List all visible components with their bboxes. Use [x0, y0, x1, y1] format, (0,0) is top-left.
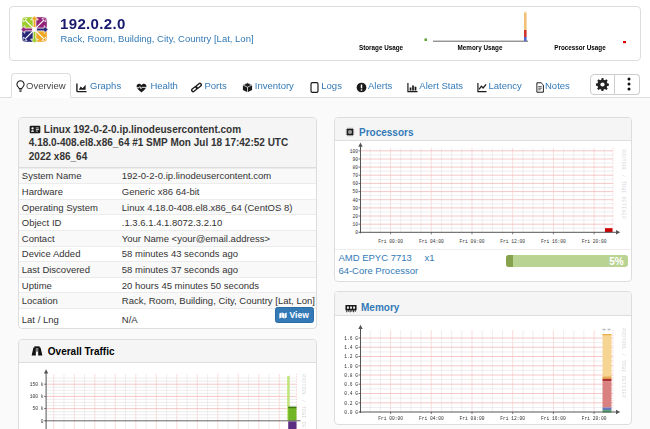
svg-text:Memory Usage: Memory Usage [458, 44, 503, 52]
svg-text:Processor Usage: Processor Usage [554, 44, 606, 52]
svg-text:Storage Usage: Storage Usage [359, 44, 404, 52]
